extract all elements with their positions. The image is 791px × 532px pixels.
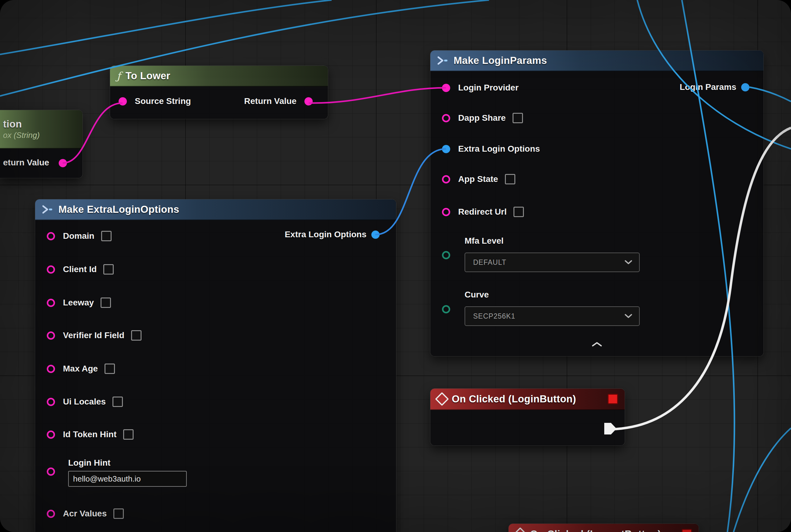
id-token-hint-pin[interactable] (47, 431, 55, 439)
make-struct-icon (437, 56, 449, 65)
return-value-label: Return Value (244, 96, 296, 106)
node-to-lower[interactable]: ƒ To Lower Source String Return Value (110, 66, 328, 119)
leeway-checkbox[interactable] (100, 298, 111, 308)
mfa-level-dropdown[interactable]: DEFAULT (465, 252, 640, 272)
mfa-level-value: DEFAULT (473, 258, 506, 267)
leeway-label: Leeway (63, 298, 94, 308)
wire-tolower-to-login-provider (309, 88, 446, 103)
app-state-pin[interactable] (442, 175, 450, 184)
chevron-down-icon (624, 314, 632, 319)
source-string-label: Source String (135, 96, 191, 106)
node-make-login-params[interactable]: Make LoginParams Login Params Login Prov… (430, 51, 764, 356)
node-on-clicked-login-button-title: On Clicked (LoginButton) (452, 393, 576, 405)
node-on-clicked-logout-button-header[interactable]: On Clicked (LogoutButton) (508, 524, 699, 532)
node-partial-function-subtitle: ox (String) (3, 131, 40, 140)
client-id-pin[interactable] (47, 265, 55, 274)
max-age-checkbox[interactable] (104, 363, 115, 374)
extra-login-options-output-label: Extra Login Options (285, 230, 366, 240)
login-params-output-label: Login Params (680, 82, 736, 92)
domain-checkbox[interactable] (101, 231, 112, 241)
blueprint-editor: tion ox (String) eturn Value ƒ To Lower … (0, 0, 791, 532)
max-age-label: Max Age (63, 364, 98, 374)
node-partial-function-title: tion (3, 118, 22, 130)
node-make-login-params-header[interactable]: Make LoginParams (430, 51, 764, 71)
ui-locales-label: Ui Locales (63, 397, 106, 407)
collapse-node-button[interactable] (586, 339, 607, 349)
acr-values-label: Acr Values (63, 509, 107, 518)
verifier-id-field-checkbox[interactable] (131, 330, 141, 341)
node-partial-function[interactable]: tion ox (String) eturn Value (0, 110, 82, 178)
blueprint-canvas[interactable]: tion ox (String) eturn Value ƒ To Lower … (0, 0, 791, 532)
client-id-checkbox[interactable] (103, 264, 114, 274)
node-to-lower-title: To Lower (126, 70, 171, 82)
id-token-hint-label: Id Token Hint (63, 430, 116, 439)
dapp-share-label: Dapp Share (458, 113, 506, 123)
node-on-clicked-login-button-header[interactable]: On Clicked (LoginButton) (430, 388, 625, 410)
curve-value: SECP256K1 (473, 312, 515, 320)
node-make-login-params-title: Make LoginParams (454, 55, 547, 66)
node-on-clicked-logout-button-title: On Clicked (LogoutButton) (530, 528, 661, 532)
domain-label: Domain (63, 231, 94, 241)
delegate-pin[interactable] (681, 529, 692, 532)
event-diamond-icon (513, 527, 527, 532)
return-value-pin[interactable] (304, 97, 313, 106)
exec-output-pin[interactable] (604, 423, 616, 435)
source-string-pin[interactable] (119, 97, 127, 106)
curve-pin[interactable] (442, 305, 450, 314)
login-provider-pin[interactable] (442, 84, 450, 92)
login-hint-pin[interactable] (47, 468, 55, 476)
extra-login-options-input-pin[interactable] (442, 145, 450, 153)
node-make-extra-login-options[interactable]: Make ExtraLoginOptions Extra Login Optio… (35, 200, 396, 532)
mfa-level-label: Mfa Level (465, 236, 504, 246)
chevron-down-icon (624, 260, 632, 265)
login-hint-input[interactable] (68, 471, 187, 487)
partial-return-value-label: eturn Value (3, 158, 49, 168)
wire-cyan-topleft-1 (0, 0, 332, 54)
make-struct-icon (42, 205, 54, 214)
chevron-up-icon (592, 342, 602, 347)
wire-cyan-bottom-corner (734, 428, 791, 532)
acr-values-checkbox[interactable] (113, 509, 124, 519)
login-params-output-pin[interactable] (741, 83, 749, 91)
extra-login-options-input-label: Extra Login Options (458, 144, 540, 154)
node-make-extra-login-options-title: Make ExtraLoginOptions (58, 204, 179, 215)
domain-pin[interactable] (47, 232, 55, 240)
app-state-checkbox[interactable] (505, 174, 515, 184)
dapp-share-pin[interactable] (442, 114, 450, 122)
node-partial-function-header[interactable]: tion ox (String) (0, 110, 82, 149)
delegate-pin[interactable] (607, 394, 618, 404)
redirect-url-checkbox[interactable] (514, 207, 524, 217)
verifier-id-field-pin[interactable] (47, 331, 55, 340)
redirect-url-pin[interactable] (442, 208, 450, 216)
curve-dropdown[interactable]: SECP256K1 (465, 306, 640, 326)
login-hint-label: Login Hint (68, 458, 110, 468)
client-id-label: Client Id (63, 264, 97, 274)
verifier-id-field-label: Verifier Id Field (63, 330, 124, 340)
leeway-pin[interactable] (47, 299, 55, 307)
mfa-level-pin[interactable] (442, 251, 450, 259)
id-token-hint-checkbox[interactable] (123, 429, 134, 440)
dapp-share-checkbox[interactable] (513, 113, 523, 123)
node-to-lower-header[interactable]: ƒ To Lower (110, 66, 328, 87)
redirect-url-label: Redirect Url (458, 207, 507, 217)
ui-locales-checkbox[interactable] (113, 397, 123, 407)
login-provider-label: Login Provider (458, 83, 519, 93)
acr-values-pin[interactable] (47, 510, 55, 518)
max-age-pin[interactable] (47, 365, 55, 373)
node-on-clicked-login-button[interactable]: On Clicked (LoginButton) (430, 388, 625, 445)
app-state-label: App State (458, 174, 498, 184)
node-on-clicked-logout-button[interactable]: On Clicked (LogoutButton) (508, 524, 699, 532)
event-diamond-icon (435, 392, 449, 406)
ui-locales-pin[interactable] (47, 398, 55, 406)
curve-label: Curve (465, 290, 489, 300)
extra-login-options-output-pin[interactable] (371, 230, 380, 239)
function-icon: ƒ (117, 71, 121, 81)
node-make-extra-login-options-header[interactable]: Make ExtraLoginOptions (35, 200, 396, 220)
partial-return-value-pin[interactable] (59, 159, 67, 167)
